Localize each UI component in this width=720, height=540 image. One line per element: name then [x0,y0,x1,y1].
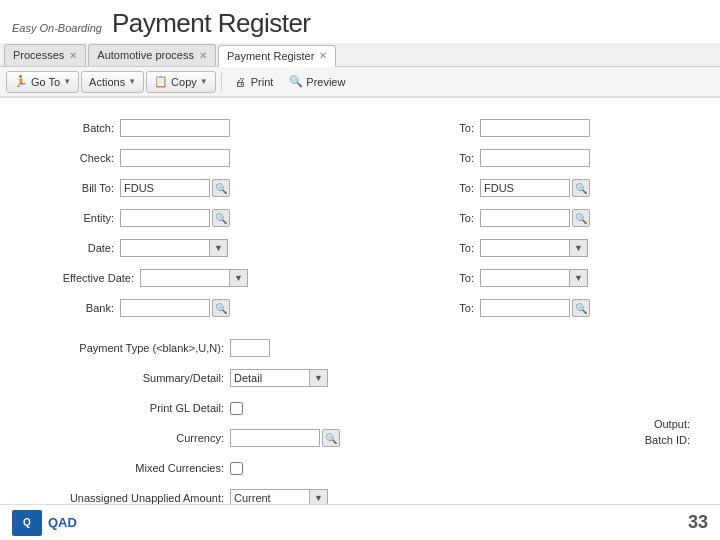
batch-input[interactable] [120,119,230,137]
date-dropdown-button[interactable]: ▼ [210,239,228,257]
date-label: Date: [20,242,120,254]
to-effdate-input[interactable] [480,269,570,287]
tab-close-automotive[interactable]: ✕ [199,50,207,61]
printgl-row: Print GL Detail: [40,396,700,420]
copy-arrow-icon: ▼ [200,77,208,86]
paytype-label: Payment Type (<blank>,U,N): [40,342,230,354]
to-billto-input[interactable] [480,179,570,197]
header: Easy On-Boarding Payment Register [0,0,720,43]
to-billto-search-button[interactable]: 🔍 [572,179,590,197]
goto-arrow-icon: ▼ [63,77,71,86]
bank-search-button[interactable]: 🔍 [212,299,230,317]
extra-fields: Payment Type (<blank>,U,N): Summary/Deta… [20,336,700,510]
entity-field-group: 🔍 [120,209,230,227]
copy-icon: 📋 [154,75,168,89]
bank-row: Bank: 🔍 [20,296,340,320]
effdate-dropdown-button[interactable]: ▼ [230,269,248,287]
output-section: Output: Batch ID: [645,418,690,450]
effdate-row: Effective Date: ▼ [20,266,340,290]
date-field-group: ▼ [120,239,228,257]
preview-button[interactable]: 🔍 Preview [282,72,352,92]
sumdet-row: Summary/Detail: Detail Summary ▼ [40,366,700,390]
batchid-row: Batch ID: [645,434,690,446]
to-bank-input[interactable] [480,299,570,317]
billto-input[interactable] [120,179,210,197]
paytype-input[interactable] [230,339,270,357]
paytype-row: Payment Type (<blank>,U,N): [40,336,700,360]
billto-search-button[interactable]: 🔍 [212,179,230,197]
to-date-input[interactable] [480,239,570,257]
tab-processes[interactable]: Processes ✕ [4,44,86,66]
to-effdate-dropdown-button[interactable]: ▼ [570,269,588,287]
tab-automotive[interactable]: Automotive process ✕ [88,44,216,66]
mixedcurr-label: Mixed Currencies: [40,462,230,474]
effdate-input[interactable] [140,269,230,287]
tab-close-processes[interactable]: ✕ [69,50,77,61]
goto-icon: 🏃 [14,75,28,89]
actions-arrow-icon: ▼ [128,77,136,86]
to-check-row: To: [380,146,700,170]
to-effdate-row: To: ▼ [380,266,700,290]
printgl-label: Print GL Detail: [40,402,230,414]
currency-search-button[interactable]: 🔍 [322,429,340,447]
tab-close-payment[interactable]: ✕ [319,50,327,61]
date-row: Date: ▼ [20,236,340,260]
to-check-label: To: [380,152,480,164]
qad-logo-box: Q [12,510,42,536]
entity-search-button[interactable]: 🔍 [212,209,230,227]
to-entity-input[interactable] [480,209,570,227]
goto-button[interactable]: 🏃 Go To ▼ [6,71,79,93]
entity-input[interactable] [120,209,210,227]
to-date-dropdown-button[interactable]: ▼ [570,239,588,257]
actions-button[interactable]: Actions ▼ [81,71,144,93]
bank-input[interactable] [120,299,210,317]
date-input[interactable] [120,239,210,257]
to-effdate-field-group: ▼ [480,269,588,287]
footer-company-text: QAD [48,515,77,530]
main-content: Batch: Check: Bill To: 🔍 Entity: 🔍 [0,106,720,526]
to-bank-label: To: [380,302,480,314]
check-row: Check: [20,146,340,170]
billto-row: Bill To: 🔍 [20,176,340,200]
form-section: Batch: Check: Bill To: 🔍 Entity: 🔍 [20,116,700,326]
check-input[interactable] [120,149,230,167]
page-title: Payment Register [112,8,311,39]
billto-label: Bill To: [20,182,120,194]
mixedcurr-checkbox[interactable] [230,462,243,475]
to-date-label: To: [380,242,480,254]
copy-button[interactable]: 📋 Copy ▼ [146,71,216,93]
to-batch-input[interactable] [480,119,590,137]
mixedcurr-row: Mixed Currencies: [40,456,700,480]
batchid-label: Batch ID: [645,434,690,446]
to-check-input[interactable] [480,149,590,167]
to-bank-field-group: 🔍 [480,299,590,317]
printgl-checkbox[interactable] [230,402,243,415]
sumdet-select[interactable]: Detail Summary [230,369,310,387]
print-button[interactable]: 🖨 Print [227,72,281,92]
bank-field-group: 🔍 [120,299,230,317]
to-bank-search-button[interactable]: 🔍 [572,299,590,317]
preview-icon: 🔍 [289,75,303,89]
sumdet-label: Summary/Detail: [40,372,230,384]
output-label: Output: [654,418,690,430]
check-label: Check: [20,152,120,164]
batch-label: Batch: [20,122,120,134]
to-entity-row: To: 🔍 [380,206,700,230]
footer: Q QAD 33 [0,504,720,540]
billto-field-group: 🔍 [120,179,230,197]
sumdet-field-group: Detail Summary ▼ [230,369,328,387]
sumdet-arrow-icon[interactable]: ▼ [310,369,328,387]
to-entity-field-group: 🔍 [480,209,590,227]
currency-input[interactable] [230,429,320,447]
effdate-field-group: ▼ [140,269,248,287]
brand-label: Easy On-Boarding [12,22,102,34]
to-date-row: To: ▼ [380,236,700,260]
to-batch-label: To: [380,122,480,134]
form-left-col: Batch: Check: Bill To: 🔍 Entity: 🔍 [20,116,340,326]
tab-payment-register[interactable]: Payment Register ✕ [218,45,336,67]
entity-row: Entity: 🔍 [20,206,340,230]
to-entity-search-button[interactable]: 🔍 [572,209,590,227]
toolbar-separator [221,73,222,91]
output-row: Output: [645,418,690,430]
page-number: 33 [688,512,708,533]
